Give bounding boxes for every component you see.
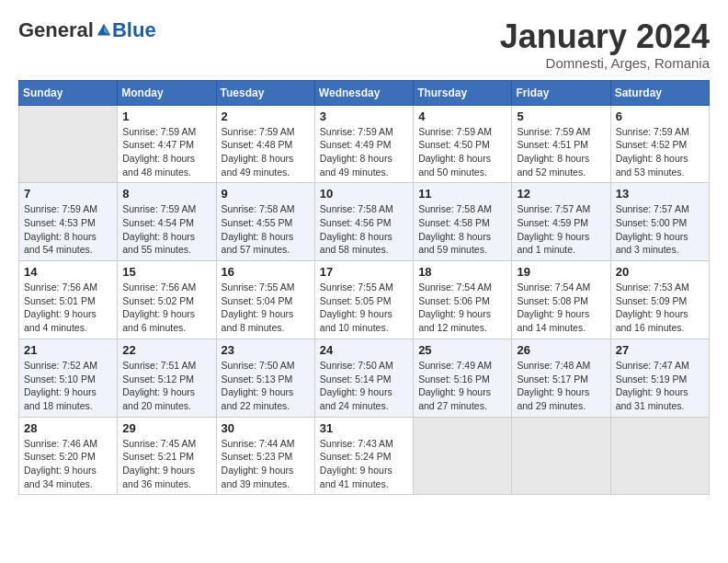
calendar-cell: 5Sunrise: 7:59 AMSunset: 4:51 PMDaylight… bbox=[512, 105, 610, 183]
calendar-cell: 16Sunrise: 7:55 AMSunset: 5:04 PMDayligh… bbox=[216, 261, 314, 339]
weekday-header-thursday: Thursday bbox=[414, 80, 512, 105]
day-info: Sunrise: 7:59 AMSunset: 4:50 PMDaylight:… bbox=[418, 125, 506, 179]
day-info: Sunrise: 7:54 AMSunset: 5:08 PMDaylight:… bbox=[517, 281, 605, 335]
calendar-cell: 26Sunrise: 7:48 AMSunset: 5:17 PMDayligh… bbox=[512, 339, 610, 417]
day-info: Sunrise: 7:59 AMSunset: 4:48 PMDaylight:… bbox=[222, 125, 310, 179]
day-number: 23 bbox=[222, 343, 310, 357]
logo-blue-text: Blue bbox=[112, 18, 156, 42]
day-number: 16 bbox=[222, 265, 310, 279]
calendar-cell: 1Sunrise: 7:59 AMSunset: 4:47 PMDaylight… bbox=[118, 105, 216, 183]
day-info: Sunrise: 7:51 AMSunset: 5:12 PMDaylight:… bbox=[122, 359, 210, 413]
calendar-cell: 22Sunrise: 7:51 AMSunset: 5:12 PMDayligh… bbox=[118, 339, 216, 417]
day-info: Sunrise: 7:47 AMSunset: 5:19 PMDaylight:… bbox=[616, 359, 704, 413]
calendar-cell: 23Sunrise: 7:50 AMSunset: 5:13 PMDayligh… bbox=[216, 339, 314, 417]
day-number: 28 bbox=[24, 421, 112, 435]
day-number: 3 bbox=[320, 109, 408, 123]
day-info: Sunrise: 7:59 AMSunset: 4:49 PMDaylight:… bbox=[320, 125, 408, 179]
day-number: 31 bbox=[320, 421, 408, 435]
day-info: Sunrise: 7:59 AMSunset: 4:52 PMDaylight:… bbox=[616, 125, 704, 179]
calendar-cell: 30Sunrise: 7:44 AMSunset: 5:23 PMDayligh… bbox=[216, 417, 314, 495]
calendar-cell: 15Sunrise: 7:56 AMSunset: 5:02 PMDayligh… bbox=[118, 261, 216, 339]
calendar-cell: 3Sunrise: 7:59 AMSunset: 4:49 PMDaylight… bbox=[314, 105, 413, 183]
weekday-header-saturday: Saturday bbox=[610, 80, 709, 105]
day-number: 14 bbox=[24, 265, 112, 279]
weekday-header-row: SundayMondayTuesdayWednesdayThursdayFrid… bbox=[19, 80, 710, 105]
day-number: 19 bbox=[517, 265, 605, 279]
day-number: 5 bbox=[517, 109, 605, 123]
calendar-cell: 13Sunrise: 7:57 AMSunset: 5:00 PMDayligh… bbox=[610, 183, 709, 261]
calendar-cell: 27Sunrise: 7:47 AMSunset: 5:19 PMDayligh… bbox=[610, 339, 709, 417]
day-info: Sunrise: 7:45 AMSunset: 5:21 PMDaylight:… bbox=[122, 437, 210, 491]
day-info: Sunrise: 7:59 AMSunset: 4:54 PMDaylight:… bbox=[122, 202, 210, 257]
weekday-header-sunday: Sunday bbox=[19, 80, 118, 105]
calendar-cell: 7Sunrise: 7:59 AMSunset: 4:53 PMDaylight… bbox=[19, 183, 118, 261]
calendar-cell: 9Sunrise: 7:58 AMSunset: 4:55 PMDaylight… bbox=[216, 183, 314, 261]
weekday-header-tuesday: Tuesday bbox=[216, 80, 314, 105]
calendar-cell: 14Sunrise: 7:56 AMSunset: 5:01 PMDayligh… bbox=[19, 261, 118, 339]
calendar-cell: 21Sunrise: 7:52 AMSunset: 5:10 PMDayligh… bbox=[19, 339, 118, 417]
calendar-cell: 10Sunrise: 7:58 AMSunset: 4:56 PMDayligh… bbox=[314, 183, 413, 261]
day-info: Sunrise: 7:50 AMSunset: 5:13 PMDaylight:… bbox=[222, 359, 310, 413]
calendar-cell: 19Sunrise: 7:54 AMSunset: 5:08 PMDayligh… bbox=[512, 261, 610, 339]
day-info: Sunrise: 7:55 AMSunset: 5:05 PMDaylight:… bbox=[320, 281, 408, 335]
calendar-cell: 18Sunrise: 7:54 AMSunset: 5:06 PMDayligh… bbox=[414, 261, 512, 339]
calendar-cell: 11Sunrise: 7:58 AMSunset: 4:58 PMDayligh… bbox=[414, 183, 512, 261]
day-info: Sunrise: 7:56 AMSunset: 5:01 PMDaylight:… bbox=[24, 281, 112, 335]
day-info: Sunrise: 7:56 AMSunset: 5:02 PMDaylight:… bbox=[122, 281, 210, 335]
day-number: 2 bbox=[222, 109, 310, 123]
day-number: 11 bbox=[418, 187, 506, 201]
day-info: Sunrise: 7:53 AMSunset: 5:09 PMDaylight:… bbox=[616, 281, 704, 335]
month-title: January 2024 bbox=[500, 18, 710, 55]
day-info: Sunrise: 7:57 AMSunset: 5:00 PMDaylight:… bbox=[616, 202, 704, 257]
day-info: Sunrise: 7:44 AMSunset: 5:23 PMDaylight:… bbox=[222, 437, 310, 491]
weekday-header-friday: Friday bbox=[512, 80, 610, 105]
day-number: 12 bbox=[517, 187, 605, 201]
calendar-cell: 24Sunrise: 7:50 AMSunset: 5:14 PMDayligh… bbox=[314, 339, 413, 417]
calendar-week-row: 1Sunrise: 7:59 AMSunset: 4:47 PMDaylight… bbox=[19, 105, 710, 183]
logo: General Blue bbox=[18, 18, 156, 42]
day-number: 27 bbox=[616, 343, 704, 357]
logo-general-text: General bbox=[18, 18, 94, 42]
day-info: Sunrise: 7:43 AMSunset: 5:24 PMDaylight:… bbox=[320, 437, 408, 491]
calendar-cell: 29Sunrise: 7:45 AMSunset: 5:21 PMDayligh… bbox=[118, 417, 216, 495]
weekday-header-monday: Monday bbox=[118, 80, 216, 105]
day-number: 25 bbox=[418, 343, 506, 357]
day-number: 4 bbox=[418, 109, 506, 123]
day-info: Sunrise: 7:58 AMSunset: 4:58 PMDaylight:… bbox=[418, 202, 506, 257]
day-info: Sunrise: 7:57 AMSunset: 4:59 PMDaylight:… bbox=[517, 202, 605, 257]
day-info: Sunrise: 7:58 AMSunset: 4:56 PMDaylight:… bbox=[320, 202, 408, 257]
calendar-cell bbox=[610, 417, 709, 495]
calendar-cell bbox=[512, 417, 610, 495]
calendar-cell: 31Sunrise: 7:43 AMSunset: 5:24 PMDayligh… bbox=[314, 417, 413, 495]
day-number: 6 bbox=[616, 109, 704, 123]
calendar-cell: 4Sunrise: 7:59 AMSunset: 4:50 PMDaylight… bbox=[414, 105, 512, 183]
calendar-week-row: 21Sunrise: 7:52 AMSunset: 5:10 PMDayligh… bbox=[19, 339, 710, 417]
day-info: Sunrise: 7:58 AMSunset: 4:55 PMDaylight:… bbox=[222, 202, 310, 257]
location-subtitle: Domnesti, Arges, Romania bbox=[500, 55, 710, 71]
day-number: 20 bbox=[616, 265, 704, 279]
logo-icon bbox=[96, 22, 112, 39]
page-header: General Blue January 2024 Domnesti, Arge… bbox=[18, 18, 710, 71]
day-info: Sunrise: 7:59 AMSunset: 4:47 PMDaylight:… bbox=[122, 125, 210, 179]
calendar-cell: 12Sunrise: 7:57 AMSunset: 4:59 PMDayligh… bbox=[512, 183, 610, 261]
calendar-table: SundayMondayTuesdayWednesdayThursdayFrid… bbox=[18, 80, 710, 496]
day-number: 13 bbox=[616, 187, 704, 201]
day-number: 8 bbox=[122, 187, 210, 201]
calendar-cell bbox=[414, 417, 512, 495]
day-info: Sunrise: 7:49 AMSunset: 5:16 PMDaylight:… bbox=[418, 359, 506, 413]
day-number: 1 bbox=[122, 109, 210, 123]
day-number: 29 bbox=[122, 421, 210, 435]
day-number: 21 bbox=[24, 343, 112, 357]
day-number: 15 bbox=[122, 265, 210, 279]
title-block: January 2024 Domnesti, Arges, Romania bbox=[500, 18, 710, 71]
day-number: 24 bbox=[320, 343, 408, 357]
weekday-header-wednesday: Wednesday bbox=[314, 80, 413, 105]
day-info: Sunrise: 7:48 AMSunset: 5:17 PMDaylight:… bbox=[517, 359, 605, 413]
day-number: 26 bbox=[517, 343, 605, 357]
day-number: 18 bbox=[418, 265, 506, 279]
calendar-cell: 28Sunrise: 7:46 AMSunset: 5:20 PMDayligh… bbox=[19, 417, 118, 495]
day-info: Sunrise: 7:55 AMSunset: 5:04 PMDaylight:… bbox=[222, 281, 310, 335]
day-number: 7 bbox=[24, 187, 112, 201]
day-info: Sunrise: 7:59 AMSunset: 4:51 PMDaylight:… bbox=[517, 125, 605, 179]
day-number: 17 bbox=[320, 265, 408, 279]
